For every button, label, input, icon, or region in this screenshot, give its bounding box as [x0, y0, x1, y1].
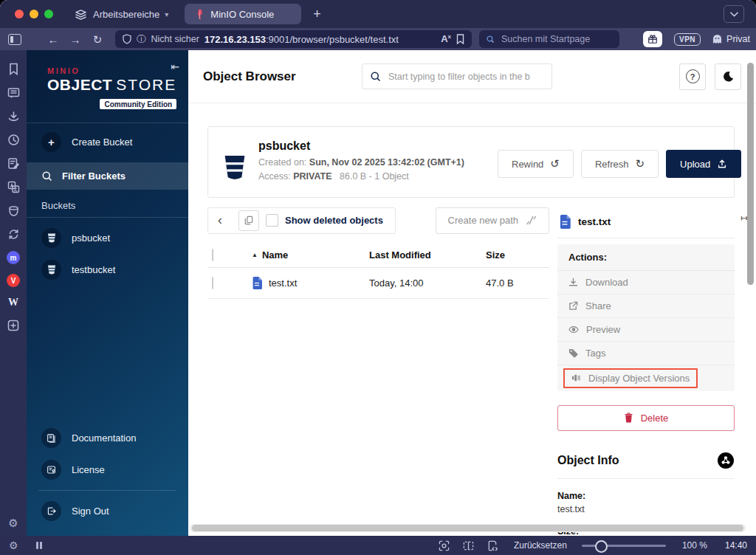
column-name[interactable]: ▲Name [249, 243, 366, 268]
downloads-panel-icon[interactable] [7, 109, 21, 123]
object-filter-input[interactable] [387, 71, 544, 83]
metadata-cluster-icon[interactable] [717, 452, 735, 469]
close-window-button[interactable] [15, 10, 24, 18]
delete-button[interactable]: Delete [557, 405, 735, 431]
filter-buckets-input[interactable] [61, 170, 152, 182]
bucket-icon [223, 153, 247, 182]
zoom-window-button[interactable] [44, 10, 53, 18]
buckets-section-label: Buckets [27, 190, 188, 217]
bucket-summary-card: psbucket Created on: Sun, Nov 02 2025 13… [207, 126, 735, 198]
preview-eye-icon [568, 325, 579, 334]
tab-overflow-button[interactable] [724, 5, 744, 23]
sidebar-footer: Documentation License Sign Out [27, 422, 188, 536]
sidebar-item-testbucket[interactable]: testbucket [27, 254, 188, 286]
sessions-pot-icon[interactable] [7, 204, 21, 218]
horizontal-scrollbar[interactable] [190, 524, 746, 532]
translate-icon[interactable]: Ax [441, 33, 451, 44]
dark-mode-button[interactable] [715, 63, 741, 90]
web-search-field[interactable] [479, 30, 619, 48]
tab-title: MinIO Console [210, 9, 274, 20]
object-store-wordmark: OBJECTSTORE [47, 76, 176, 94]
sign-out-button[interactable]: Sign Out [27, 495, 188, 527]
page-info-icon[interactable]: ⓘ [137, 33, 146, 46]
forward-button[interactable]: → [66, 34, 84, 45]
refresh-icon: ↻ [635, 157, 645, 170]
trash-icon [624, 413, 633, 423]
action-download[interactable]: Download [557, 271, 735, 294]
filter-buckets-field[interactable] [27, 162, 188, 190]
column-size[interactable]: Size [483, 243, 549, 268]
rewind-button[interactable]: Rewind ↺ [498, 150, 574, 178]
bookmarks-panel-icon[interactable] [7, 62, 21, 76]
page-title: Object Browser [203, 69, 296, 84]
column-last-modified[interactable]: Last Modified [366, 243, 483, 268]
settings-gear-icon[interactable]: ⚙ [9, 540, 18, 551]
upload-button[interactable]: Upload [666, 150, 741, 178]
help-button[interactable]: ? [679, 63, 706, 90]
search-icon [41, 170, 52, 182]
file-icon [559, 215, 571, 229]
bookmark-page-icon[interactable] [456, 34, 464, 44]
web-search-input[interactable] [500, 33, 613, 45]
zoom-reset-button[interactable]: Zurücksetzen [514, 540, 567, 551]
url-bar[interactable]: ⓘ Nicht sicher 172.16.23.153:9001/browse… [115, 30, 472, 48]
row-checkbox[interactable] [212, 277, 213, 289]
wikipedia-panel-icon[interactable]: W [8, 297, 18, 308]
created-value: Sun, Nov 02 2025 13:42:02 (GMT+1) [309, 157, 464, 168]
license-link[interactable]: License [27, 454, 188, 486]
show-deleted-checkbox[interactable] [266, 214, 278, 227]
refresh-button[interactable]: Refresh ↻ [581, 150, 659, 178]
file-icon [252, 277, 262, 289]
action-display-object-versions[interactable]: Display Object Versions [557, 365, 735, 391]
workspaces-button[interactable]: Arbeitsbereiche ▾ [74, 7, 168, 21]
select-all-checkbox[interactable] [212, 249, 213, 261]
tab-minio-console[interactable]: MinIO Console [185, 4, 301, 24]
notes-panel-icon[interactable] [7, 156, 21, 170]
history-panel-icon[interactable] [7, 133, 21, 147]
action-tags[interactable]: Tags [557, 342, 735, 365]
workspaces-caret-icon: ▾ [165, 10, 168, 18]
action-preview[interactable]: Preview [557, 318, 735, 342]
browser-panel-strip: m V W ⚙ [0, 50, 27, 536]
zoom-slider-knob[interactable] [595, 540, 608, 553]
minimize-window-button[interactable] [30, 10, 38, 18]
back-button[interactable]: ← [44, 34, 62, 45]
create-bucket-button[interactable]: + Create Bucket [27, 126, 188, 158]
license-icon [41, 460, 61, 480]
page-actions-icon[interactable] [487, 540, 498, 551]
access-label: Access: [258, 171, 291, 182]
capture-page-icon[interactable] [439, 540, 450, 551]
reading-list-panel-icon[interactable] [7, 86, 21, 100]
vpn-badge[interactable]: VPN [674, 33, 701, 46]
search-icon [370, 71, 381, 82]
display-versions-highlight: Display Object Versions [563, 368, 698, 388]
translate-panel-icon[interactable] [7, 180, 21, 194]
object-filter-field[interactable] [362, 63, 552, 89]
action-share[interactable]: Share [557, 294, 735, 318]
refresh-label: Refresh [595, 159, 629, 170]
panel-settings-gear-icon[interactable]: ⚙ [8, 517, 18, 530]
zoom-slider[interactable] [582, 545, 666, 547]
new-tab-button[interactable]: + [313, 7, 321, 22]
break-mode-icon[interactable] [36, 542, 43, 549]
sidebar-collapse-icon[interactable]: ⇤ [171, 61, 179, 72]
minio-wordmark: MINIO [47, 66, 176, 75]
sidebar-item-psbucket[interactable]: psbucket [27, 222, 188, 254]
tiling-icon[interactable] [463, 540, 474, 551]
create-new-path-button[interactable]: Create new path [436, 207, 549, 234]
sidebar-toggle-button[interactable] [6, 34, 24, 45]
mastodon-panel-icon[interactable]: m [7, 251, 20, 264]
table-row[interactable]: test.txt Today, 14:00 47.0 B [207, 267, 549, 298]
created-label: Created on: [258, 157, 306, 168]
plus-icon: + [41, 132, 61, 152]
copy-path-button[interactable] [238, 210, 259, 231]
navigate-back-button[interactable]: ‹ [208, 213, 232, 228]
add-panel-icon[interactable] [7, 318, 21, 332]
documentation-link[interactable]: Documentation [27, 422, 188, 454]
vivaldi-panel-icon[interactable]: V [7, 274, 20, 287]
reload-button[interactable]: ↻ [89, 34, 106, 45]
vertical-scrollbar[interactable] [747, 63, 754, 285]
bucket-meta: Created on: Sun, Nov 02 2025 13:42:02 (G… [258, 156, 486, 185]
sync-feeds-icon[interactable] [7, 227, 21, 241]
gift-button[interactable] [643, 31, 662, 47]
